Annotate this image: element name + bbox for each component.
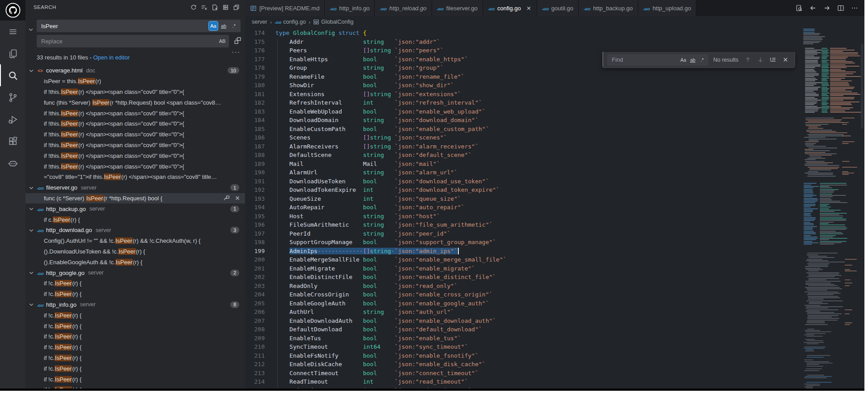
editor-actions [789, 0, 864, 16]
search-result-file[interactable]: -GOfileserver.goserver1 [25, 182, 245, 193]
search-result-match[interactable]: if !this.IsPeer(r) </span><span class="c… [25, 129, 245, 140]
find-widget: Aa ab .* No results [602, 52, 795, 68]
tab-http-reload.go[interactable]: -GOhttp_reload.go [375, 0, 432, 16]
search-result-match[interactable]: func (c *Server) IsPeer(r *http.Request)… [25, 193, 245, 204]
source-control-icon[interactable] [0, 86, 25, 108]
open-in-editor-link[interactable]: Open in editor [93, 54, 130, 61]
minimap[interactable] [802, 28, 860, 389]
forward-icon[interactable] [823, 4, 830, 12]
open-changes-icon[interactable] [796, 4, 803, 12]
split-editor-icon[interactable] [837, 4, 844, 12]
regex-toggle[interactable]: .* [229, 21, 238, 30]
tab-http-info.go[interactable]: -GOhttp_info.go [325, 0, 375, 16]
search-result-match[interactable]: if !c.IsPeer(r) { [25, 342, 245, 353]
search-result-file[interactable]: -GOhttp_download.goserver3 [25, 225, 245, 236]
find-in-selection-icon[interactable] [770, 56, 776, 63]
explorer-icon[interactable] [0, 42, 25, 64]
toggle-replace-chevron[interactable] [26, 25, 35, 34]
search-result-match[interactable]: ="cov8" title="1">if this.IsPeer(r) </sp… [25, 172, 245, 182]
search-result-match[interactable]: Config().AuthUrl != "" && !c.IsPeer(r) &… [25, 236, 245, 246]
find-whole-word-toggle[interactable]: ab [689, 56, 697, 64]
search-icon[interactable] [0, 64, 25, 86]
dismiss-match-icon[interactable] [234, 195, 241, 201]
search-result-match[interactable]: if c.IsPeer(r) { [25, 214, 245, 225]
clear-search-results-icon[interactable] [201, 4, 207, 11]
collapse-all-icon[interactable] [222, 4, 229, 11]
extensions-icon[interactable] [0, 130, 25, 152]
search-result-match[interactable]: if !c.IsPeer(r) { [25, 353, 245, 363]
search-result-match[interactable]: if !this.IsPeer(r) </span><span class="c… [25, 87, 245, 97]
match-count-badge: 10 [228, 67, 239, 74]
account-avatar[interactable] [0, 0, 25, 21]
search-result-file[interactable]: -GOhttp_info.goserver8 [25, 300, 245, 310]
breadcrumb-item[interactable]: -GOconfig.go [275, 19, 306, 25]
search-result-match[interactable]: if !c.IsPeer(r) { [25, 289, 245, 300]
go-file-icon: -GO [584, 5, 590, 12]
tab-config.go[interactable]: -GOconfig.go [483, 0, 537, 16]
search-result-match[interactable]: if !this.IsPeer(r) </span><span class="c… [25, 108, 245, 118]
toggle-search-details[interactable]: ··· [232, 48, 241, 55]
search-result-match[interactable]: func (this *Server) IsPeer(r *http.Reque… [25, 97, 245, 108]
search-result-file[interactable]: <>coverage.htmldoc10 [25, 65, 245, 76]
go-file-icon: -GO [380, 5, 386, 12]
search-result-match[interactable]: if !this.IsPeer(r) </span><span class="c… [25, 140, 245, 151]
search-result-match[interactable]: if !c.IsPeer(r) { [25, 374, 245, 385]
code-line: 197 PeerId string `json:"peer_id"` [245, 229, 802, 238]
search-input[interactable] [40, 22, 207, 30]
replace-input[interactable] [40, 38, 216, 45]
whole-word-toggle[interactable]: ab [219, 21, 228, 30]
previous-match-icon[interactable] [745, 56, 751, 63]
find-regex-toggle[interactable]: .* [698, 56, 706, 64]
search-result-match[interactable]: if !c.IsPeer(r) { [25, 363, 245, 374]
search-result-match[interactable]: ().EnableGoogleAuth && !c.IsPeer(r) { [25, 257, 245, 267]
replace-all-button[interactable] [234, 37, 241, 44]
match-count-badge: 1 [230, 206, 239, 212]
find-match-case-toggle[interactable]: Aa [679, 56, 687, 64]
search-result-match[interactable]: if !this.IsPeer(r) </span><span class="c… [25, 118, 245, 129]
code-line: 191 DownloadUseToken bool `json:"downloa… [245, 177, 802, 186]
close-tab-icon[interactable] [526, 5, 532, 11]
tab-goutil.go[interactable]: -GOgoutil.go [537, 0, 579, 16]
close-find-icon[interactable] [782, 56, 789, 63]
tab-fileserver.go[interactable]: -GOfileserver.go [432, 0, 483, 16]
search-result-match[interactable]: if !c.IsPeer(r) { [25, 310, 245, 321]
copilot-chat-icon[interactable] [0, 152, 25, 174]
search-result-match[interactable]: ().DownloadUseToken && !c.IsPeer(r) { [25, 246, 245, 257]
find-input[interactable] [611, 56, 677, 63]
tab-http-upload.go[interactable]: -GOhttp_upload.go [638, 0, 696, 16]
run-debug-icon[interactable] [0, 108, 25, 130]
open-in-editor-panel-icon[interactable] [233, 4, 240, 11]
code-editor[interactable]: 174type GlobalConfig struct {175 Addr st… [245, 28, 864, 389]
refresh-icon[interactable] [190, 4, 197, 11]
code-line: 174type GlobalConfig struct { [245, 29, 802, 38]
tab--preview-readme.md[interactable]: [Preview] README.md [245, 0, 325, 16]
more-actions-icon[interactable] [851, 4, 858, 12]
code-line: 198 SupportGroupManage bool `json:"suppo… [245, 238, 802, 247]
tab-http-backup.go[interactable]: -GOhttp_backup.go [579, 0, 638, 16]
match-case-toggle[interactable]: Aa [209, 21, 218, 30]
code-line: 210 SyncTimeout int64 `json:"sync_timeou… [245, 342, 802, 351]
editor-scrollbar[interactable] [860, 28, 864, 389]
code-line: 196 FileSumArithmetic string `json:"file… [245, 220, 802, 229]
search-result-match[interactable]: if !c.IsPeer(r) { [25, 278, 245, 289]
back-icon[interactable] [809, 4, 817, 12]
code-line: 192 DownloadTokenExpire int `json:"downl… [245, 186, 802, 194]
search-result-match[interactable]: if !c.IsPeer(r) { [25, 331, 245, 342]
search-result-match[interactable]: if !c.IsPeer(r) { [25, 321, 245, 331]
preserve-case-toggle[interactable]: AB [218, 37, 227, 46]
open-new-search-editor-icon[interactable] [212, 4, 218, 11]
search-result-match[interactable]: if !this.IsPeer(r) </span><span class="c… [25, 150, 245, 161]
next-match-icon[interactable] [757, 56, 764, 63]
code-line: 208 DefaultDownload bool `json:"default_… [245, 325, 802, 334]
search-result-file[interactable]: -GOhttp_google.goserver2 [25, 267, 245, 278]
search-result-file[interactable]: -GOhttp_backup.goserver1 [25, 203, 245, 214]
search-result-match[interactable]: if !this.IsPeer(r) </span><span class="c… [25, 161, 245, 172]
html-file-icon: <> [36, 67, 45, 74]
search-result-match[interactable]: if !c.IsPeer(r) { [25, 385, 245, 389]
breadcrumb-item[interactable]: server [252, 19, 267, 25]
search-result-match[interactable]: isPeer = this.IsPeer(r) [25, 76, 245, 87]
menu-icon[interactable] [0, 21, 25, 42]
code-line: 183 EnableWebUpload bool `json:"enable_w… [245, 107, 802, 116]
breadcrumb-item[interactable]: GlobalConfig [313, 19, 353, 25]
replace-match-icon[interactable] [223, 195, 230, 202]
